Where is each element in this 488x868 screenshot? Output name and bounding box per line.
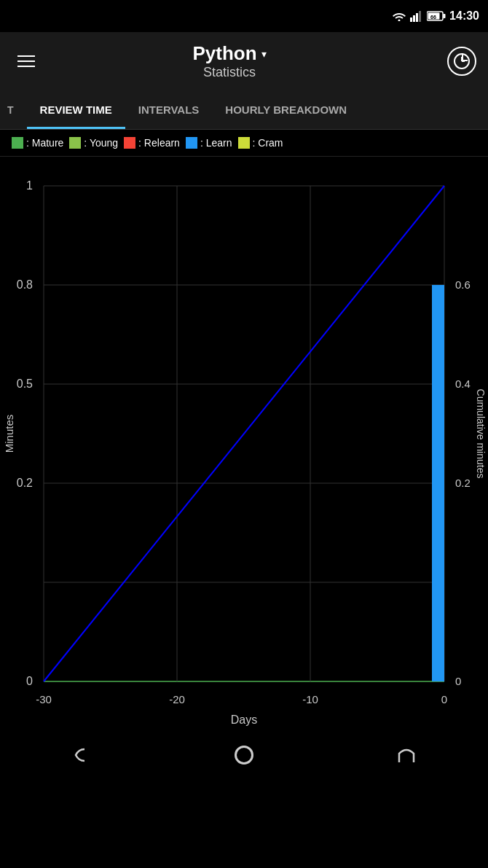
dropdown-arrow-icon[interactable]: ▾ xyxy=(261,48,267,60)
app-bar: Python ▾ Statistics xyxy=(0,32,488,90)
svg-text:66: 66 xyxy=(430,15,436,20)
y-axis-02: 0.2 xyxy=(17,477,33,489)
learn-label: : Learn xyxy=(200,137,232,149)
app-subtitle: Statistics xyxy=(12,65,447,80)
learn-color xyxy=(186,137,197,149)
svg-rect-2 xyxy=(413,15,415,22)
x-axis-label: Days xyxy=(231,713,257,726)
wifi-icon xyxy=(392,11,406,21)
home-icon xyxy=(235,746,253,765)
status-icons: 66 14:30 xyxy=(392,9,479,23)
svg-rect-12 xyxy=(0,164,488,732)
y-axis-0: 0 xyxy=(26,675,33,687)
recent-button[interactable] xyxy=(388,737,425,773)
tab-intervals[interactable]: INTERVALS xyxy=(125,90,213,129)
relearn-color xyxy=(124,137,135,149)
svg-rect-4 xyxy=(419,11,421,22)
cram-color xyxy=(238,137,250,149)
y-axis-1: 1 xyxy=(26,179,33,192)
chart-container: 1 0.8 0.5 0.2 0 Minutes 0.6 0.4 0.2 0 Cu… xyxy=(0,157,488,725)
legend-mature: : Mature xyxy=(12,137,63,149)
mature-label: : Mature xyxy=(26,137,63,149)
cram-label: : Cram xyxy=(253,137,283,149)
young-label: : Young xyxy=(84,137,118,149)
x-axis-0: 0 xyxy=(441,693,447,705)
back-icon xyxy=(70,743,93,767)
right-y-0: 0 xyxy=(455,675,461,687)
svg-rect-1 xyxy=(410,17,412,22)
signal-icon xyxy=(410,10,423,22)
app-title: Python ▾ Statistics xyxy=(12,42,447,80)
app-title-text: Python xyxy=(192,42,256,65)
svg-rect-6 xyxy=(444,14,446,18)
y-axis-right-label: Cumulative minutes xyxy=(475,389,487,479)
legend-relearn: : Relearn xyxy=(124,137,180,149)
right-y-04: 0.4 xyxy=(455,378,471,390)
legend: : Mature : Young : Relearn : Learn : Cra… xyxy=(0,130,488,157)
bar-day0 xyxy=(432,285,444,681)
right-y-02: 0.2 xyxy=(455,477,471,489)
young-color xyxy=(69,137,81,149)
legend-cram: : Cram xyxy=(238,137,283,149)
clock-icon xyxy=(453,52,471,70)
svg-rect-3 xyxy=(416,13,418,22)
x-axis-20: -20 xyxy=(169,693,185,705)
y-axis-05: 0.5 xyxy=(17,378,33,390)
legend-learn: : Learn xyxy=(186,137,232,149)
y-axis-08: 0.8 xyxy=(17,278,33,291)
chart-svg: 1 0.8 0.5 0.2 0 Minutes 0.6 0.4 0.2 0 Cu… xyxy=(0,164,488,732)
bottom-nav xyxy=(0,725,488,783)
mature-color xyxy=(12,137,23,149)
clock-button[interactable] xyxy=(447,47,476,76)
status-time: 14:30 xyxy=(449,9,479,23)
tab-bar: T REVIEW TIME INTERVALS HOURLY BREAKDOWN xyxy=(0,90,488,130)
tab-hourly-breakdown[interactable]: HOURLY BREAKDOWN xyxy=(212,90,360,129)
svg-point-0 xyxy=(398,20,401,22)
status-bar: 66 14:30 xyxy=(0,0,488,32)
tab-review-time[interactable]: REVIEW TIME xyxy=(27,90,125,129)
right-y-06: 0.6 xyxy=(455,278,471,291)
recent-icon xyxy=(395,743,418,767)
battery-icon: 66 xyxy=(427,11,446,21)
y-axis-left-label: Minutes xyxy=(3,415,15,453)
home-button[interactable] xyxy=(226,737,262,773)
tab-today[interactable]: T xyxy=(0,90,27,129)
x-axis-10: -10 xyxy=(302,693,318,705)
back-button[interactable] xyxy=(63,737,100,773)
relearn-label: : Relearn xyxy=(138,137,180,149)
x-axis-30: -30 xyxy=(36,693,52,705)
legend-young: : Young xyxy=(69,137,118,149)
